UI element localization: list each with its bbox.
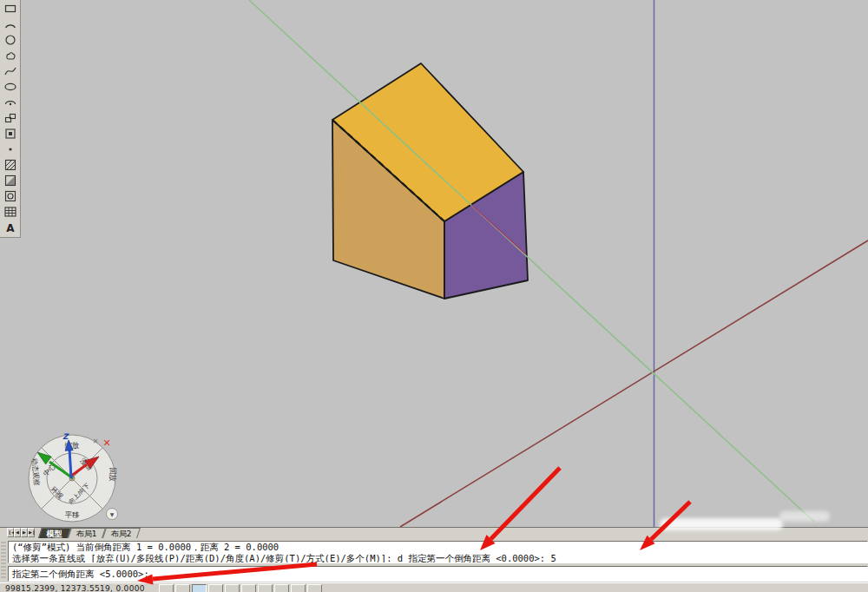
- command-history-line: (“修剪”模式) 当前倒角距离 1 = 0.0000，距离 2 = 0.0000: [12, 542, 867, 553]
- ellipse-button[interactable]: [2, 79, 19, 95]
- next-tab-button[interactable]: ▶: [21, 528, 28, 537]
- status-toggle-buttons: [159, 584, 322, 592]
- command-history: (“修剪”模式) 当前倒角距离 1 = 0.0000，距离 2 = 0.0000…: [8, 541, 868, 563]
- ellipse-arc-button[interactable]: [2, 95, 19, 110]
- tab-layout2[interactable]: 布局2: [102, 528, 141, 538]
- layout-tab-bar: ❙◀ ◀ ▶ ▶❙ 模型 布局1 布局2: [0, 527, 868, 538]
- model-space-canvas[interactable]: [0, 0, 868, 527]
- region-button[interactable]: [2, 188, 19, 204]
- model-toggle-button[interactable]: [307, 584, 322, 592]
- multiline-text-button[interactable]: A: [2, 220, 19, 235]
- circle-icon: [3, 33, 17, 47]
- tab-model[interactable]: 模型: [38, 528, 71, 538]
- spline-button[interactable]: [2, 63, 19, 79]
- command-window-grip[interactable]: [1, 542, 6, 580]
- insert-block-button[interactable]: [2, 110, 19, 126]
- table-button[interactable]: [2, 204, 19, 220]
- revision-cloud-button[interactable]: [2, 48, 19, 63]
- tab-layout1[interactable]: 布局1: [68, 528, 106, 538]
- table-icon: [3, 205, 17, 219]
- point-button[interactable]: [2, 141, 19, 157]
- ortho-toggle-button[interactable]: [192, 584, 207, 592]
- hatch-icon: [3, 158, 17, 172]
- ellipse-arc-icon: [3, 95, 17, 109]
- rectangle-button[interactable]: [2, 1, 19, 16]
- coordinate-readout: 99815.2399, 12373.5519, 0.0000: [5, 584, 145, 592]
- lwt-toggle-button[interactable]: [291, 584, 306, 592]
- polar-toggle-button[interactable]: [208, 584, 223, 592]
- draw-toolbar: A: [0, 0, 21, 238]
- prev-tab-button[interactable]: ◀: [14, 528, 21, 537]
- point-icon: [3, 142, 17, 156]
- grid-toggle-button[interactable]: [175, 584, 190, 592]
- make-block-button[interactable]: [2, 126, 19, 141]
- snap-toggle-button[interactable]: [159, 584, 174, 592]
- dyn-toggle-button[interactable]: [274, 584, 289, 592]
- first-tab-button[interactable]: ❙◀: [7, 528, 14, 537]
- circle-button[interactable]: [2, 32, 19, 48]
- tab-nav-buttons: ❙◀ ◀ ▶ ▶❙: [7, 528, 35, 537]
- insert-block-icon: [3, 111, 17, 125]
- make-block-icon: [3, 127, 17, 141]
- spline-icon: [3, 64, 17, 78]
- region-icon: [3, 189, 17, 203]
- command-window: (“修剪”模式) 当前倒角距离 1 = 0.0000，距离 2 = 0.0000…: [0, 538, 868, 582]
- svg-text:A: A: [6, 222, 15, 234]
- osnap-toggle-button[interactable]: [225, 584, 240, 592]
- last-tab-button[interactable]: ▶❙: [28, 528, 35, 537]
- autocad-window: A 缩放 平移 回放: [0, 0, 868, 592]
- otrack-toggle-button[interactable]: [241, 584, 256, 592]
- gradient-button[interactable]: [2, 173, 19, 188]
- command-input-line[interactable]: 指定第二个倒角距离 <5.0000>:: [8, 566, 868, 582]
- rectangle-icon: [3, 2, 17, 16]
- status-bar: 99815.2399, 12373.5519, 0.0000: [0, 582, 868, 592]
- arc-button[interactable]: [2, 16, 19, 32]
- hatch-button[interactable]: [2, 157, 19, 173]
- multiline-text-icon: A: [3, 220, 17, 234]
- command-history-line: 选择第一条直线或 [放弃(U)/多段线(P)/距离(D)/角度(A)/修剪(T)…: [12, 553, 867, 564]
- arc-icon: [3, 17, 17, 31]
- ducs-toggle-button[interactable]: [258, 584, 273, 592]
- revision-cloud-icon: [3, 49, 17, 62]
- command-prompt-text: 指定第二个倒角距离 <5.0000>:: [12, 569, 149, 579]
- gradient-icon: [3, 174, 17, 187]
- ellipse-icon: [3, 80, 17, 94]
